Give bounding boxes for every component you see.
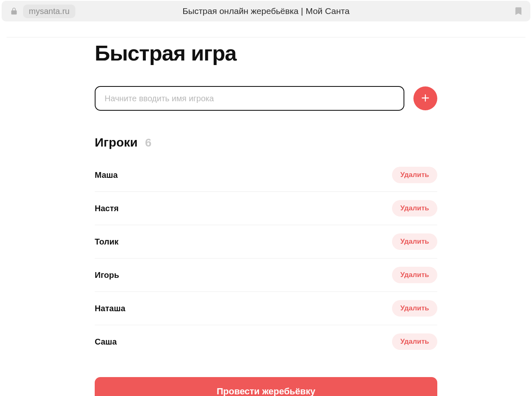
bookmark-icon[interactable] (514, 7, 525, 16)
player-name: Толик (95, 237, 119, 247)
delete-player-button[interactable]: Удалить (392, 267, 437, 283)
player-row: НастяУдалить (95, 192, 437, 225)
player-row: МашаУдалить (95, 167, 437, 192)
player-name: Наташа (95, 304, 125, 313)
player-row: НаташаУдалить (95, 292, 437, 325)
add-player-button[interactable] (413, 86, 437, 110)
player-name: Саша (95, 337, 117, 347)
main-content: Быстрая игра Игроки 6 МашаУдалитьНастяУд… (95, 37, 437, 396)
browser-page-title: Быстрая онлайн жеребьёвка | Мой Санта (2, 6, 530, 16)
delete-player-button[interactable]: Удалить (392, 167, 437, 183)
players-label: Игроки (95, 135, 138, 149)
players-section-header: Игроки 6 (95, 135, 437, 149)
plus-icon (420, 93, 431, 105)
player-row: СашаУдалить (95, 325, 437, 358)
run-draw-button[interactable]: Провести жеребьёвку (95, 377, 437, 396)
player-name: Настя (95, 204, 119, 213)
players-count: 6 (145, 136, 152, 149)
delete-player-button[interactable]: Удалить (392, 333, 437, 350)
delete-player-button[interactable]: Удалить (392, 300, 437, 317)
player-row: ТоликУдалить (95, 225, 437, 259)
delete-player-button[interactable]: Удалить (392, 233, 437, 250)
player-name: Маша (95, 170, 118, 180)
player-name-input[interactable] (95, 86, 404, 111)
lock-icon (7, 4, 21, 19)
add-player-row (95, 86, 437, 111)
player-row: ИгорьУдалить (95, 259, 437, 292)
player-name: Игорь (95, 270, 119, 280)
players-list: МашаУдалитьНастяУдалитьТоликУдалитьИгорь… (95, 167, 437, 358)
page-heading: Быстрая игра (95, 41, 437, 65)
delete-player-button[interactable]: Удалить (392, 200, 437, 217)
browser-address-bar: mysanta.ru Быстрая онлайн жеребьёвка | М… (2, 1, 530, 21)
url-domain[interactable]: mysanta.ru (23, 5, 75, 18)
